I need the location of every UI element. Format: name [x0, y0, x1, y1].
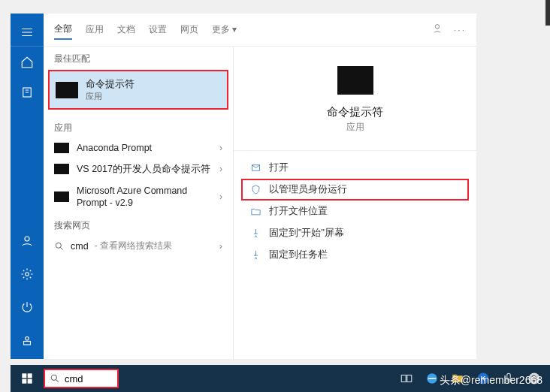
terminal-icon — [54, 164, 69, 174]
tab-web[interactable]: 网页 — [180, 20, 198, 39]
start-button[interactable] — [11, 365, 44, 392]
tab-apps[interactable]: 应用 — [86, 20, 104, 39]
section-web: 搜索网页 — [44, 213, 233, 235]
hamburger-button[interactable] — [11, 18, 44, 47]
settings-icon[interactable] — [11, 260, 44, 288]
search-tabs: 全部 应用 文档 设置 网页 更多 ▾ ··· — [44, 14, 476, 47]
best-match-title: 命令提示符 — [86, 77, 134, 91]
web-search-item[interactable]: cmd - 查看网络搜索结果 › — [44, 235, 233, 257]
results-preview-column: 命令提示符 应用 打开 以管理员身份运行 打开文件位置 固定到"开始"屏幕 — [233, 14, 476, 359]
best-match-type: 应用 — [86, 91, 134, 102]
preview-cmd-icon — [337, 66, 373, 95]
task-view-icon[interactable] — [397, 369, 416, 388]
preview-actions: 打开 以管理员身份运行 打开文件位置 固定到"开始"屏幕 固定到任务栏 — [234, 150, 476, 266]
watermark: 头条@remember2668 — [440, 374, 542, 387]
app-item[interactable]: Microsoft Azure Command Prompt - v2.9 › — [44, 180, 233, 214]
search-input[interactable] — [65, 373, 110, 384]
tab-documents[interactable]: 文档 — [117, 20, 135, 39]
terminal-icon — [54, 191, 69, 202]
svg-point-5 — [435, 25, 439, 29]
power-icon[interactable] — [11, 293, 44, 321]
open-icon — [250, 162, 261, 173]
chevron-right-icon: › — [219, 143, 222, 153]
svg-point-12 — [51, 375, 56, 380]
best-match-item[interactable]: 命令提示符 应用 — [48, 70, 228, 110]
shield-icon — [250, 184, 261, 195]
search-icon — [54, 241, 65, 252]
start-rail — [11, 14, 44, 359]
scrollbar-indicator — [545, 0, 550, 26]
action-pin-start[interactable]: 固定到"开始"屏幕 — [234, 222, 476, 244]
tab-settings[interactable]: 设置 — [149, 20, 167, 39]
results-left-column: 最佳匹配 命令提示符 应用 应用 Anaconda Prompt › VS 20… — [44, 14, 233, 359]
app-label: VS 2017的开发人员命令提示符 — [77, 163, 212, 175]
app-label: Anaconda Prompt — [77, 142, 212, 154]
section-apps: 应用 — [44, 116, 233, 137]
svg-rect-10 — [22, 379, 26, 384]
action-open[interactable]: 打开 — [234, 157, 476, 179]
preview-type: 应用 — [346, 121, 364, 134]
chevron-right-icon: › — [219, 191, 222, 202]
action-open-location[interactable]: 打开文件位置 — [234, 201, 476, 222]
svg-point-2 — [26, 273, 29, 276]
more-options-icon[interactable]: ··· — [454, 25, 466, 35]
feedback-icon[interactable] — [431, 23, 443, 37]
svg-rect-9 — [28, 373, 32, 378]
action-run-as-admin[interactable]: 以管理员身份运行 — [241, 179, 469, 201]
preview-title: 命令提示符 — [327, 105, 383, 119]
app-item[interactable]: Anaconda Prompt › — [44, 137, 233, 158]
cmd-icon — [56, 82, 78, 98]
svg-rect-4 — [24, 342, 31, 345]
svg-point-6 — [56, 243, 61, 248]
action-pin-taskbar[interactable]: 固定到任务栏 — [234, 244, 476, 266]
account-icon[interactable] — [11, 227, 44, 255]
tab-all[interactable]: 全部 — [54, 20, 72, 40]
app-item[interactable]: VS 2017的开发人员命令提示符 › — [44, 158, 233, 179]
pin-icon — [250, 228, 261, 239]
chevron-right-icon: › — [219, 241, 222, 252]
svg-point-1 — [25, 237, 29, 241]
svg-rect-14 — [407, 375, 412, 382]
taskbar-search-box[interactable] — [44, 369, 119, 388]
app-label: Microsoft Azure Command Prompt - v2.9 — [77, 185, 212, 210]
search-icon — [50, 373, 60, 384]
svg-rect-11 — [28, 379, 32, 384]
home-icon[interactable] — [11, 48, 44, 77]
terminal-icon — [54, 143, 69, 153]
search-results-pane: 全部 应用 文档 设置 网页 更多 ▾ ··· 最佳匹配 命令提示符 应用 应用… — [44, 14, 476, 359]
documents-icon[interactable] — [11, 78, 44, 107]
folder-icon — [250, 206, 261, 217]
pin-icon — [250, 249, 261, 261]
profile-icon[interactable] — [11, 326, 44, 354]
svg-point-3 — [26, 337, 29, 341]
section-best-match: 最佳匹配 — [44, 47, 233, 68]
svg-rect-13 — [401, 375, 406, 382]
svg-rect-8 — [22, 373, 26, 378]
tab-more[interactable]: 更多 ▾ — [212, 20, 237, 39]
web-hint: - 查看网络搜索结果 — [95, 240, 172, 252]
chevron-right-icon: › — [219, 164, 222, 174]
web-query: cmd — [71, 241, 89, 252]
